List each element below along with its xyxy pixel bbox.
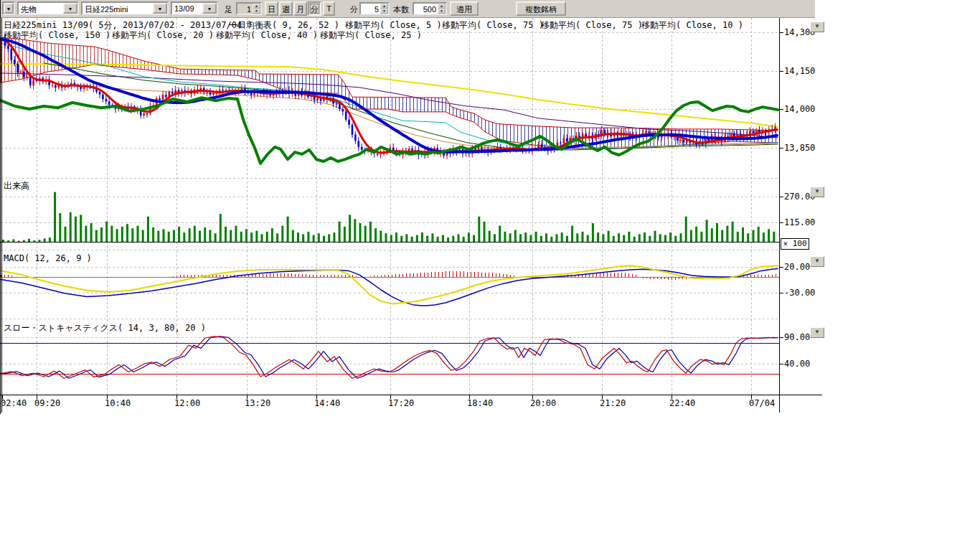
minute-spinner[interactable]: 5 ▲ ▼ [359, 2, 390, 15]
price-panel-menu-button[interactable]: ▼ [810, 22, 824, 32]
bar-type-label: 足 [225, 4, 232, 15]
symbol-select[interactable]: 日経225mini ▼ [81, 1, 169, 15]
minute-value: 5 [361, 4, 380, 14]
grid-layer [1, 18, 779, 395]
chevron-down-icon: ▼ [814, 188, 820, 194]
mini-dropdown[interactable]: ▼ [2, 1, 15, 15]
toolbar: ▼ 先物 ▼ 日経225mini ▼ 13/09 ▼ 足 1 ▲ ▼ 日 週 月… [1, 0, 815, 18]
spinner-down-icon[interactable]: ▼ [253, 9, 260, 14]
macd-panel-menu-button[interactable]: ▼ [810, 256, 824, 267]
spinner-buttons[interactable]: ▲ ▼ [380, 4, 388, 14]
time-axis-label: 02:40 [1, 398, 27, 408]
time-axis-label: 17:20 [388, 398, 414, 408]
period-month-button[interactable]: 月 [293, 1, 307, 16]
time-axis-label: 20:00 [530, 398, 556, 408]
time-axis-label: 18:40 [467, 398, 493, 408]
stoch-axis-label: 40.00 [784, 359, 810, 369]
category-select-value: 先物 [19, 3, 63, 14]
chevron-down-icon[interactable]: ▼ [4, 3, 14, 14]
price-axis-label: 14,000 [784, 104, 815, 114]
time-axis-label: 22:40 [669, 398, 695, 408]
time-axis-label: 13:20 [245, 398, 270, 408]
period-week-button[interactable]: 週 [279, 1, 293, 16]
spinner-buttons[interactable]: ▲ ▼ [253, 4, 260, 14]
spinner-up-icon[interactable]: ▲ [380, 4, 388, 9]
macd-axis-label: 20.00 [784, 262, 810, 272]
thick-ma-lines [1, 39, 778, 164]
contract-select-value: 13/09 [172, 3, 202, 14]
spinner-down-icon[interactable]: ▼ [438, 9, 446, 14]
bar-interval-spinner[interactable]: 1 ▲ ▼ [236, 2, 262, 15]
period-minute-button[interactable]: 分 [308, 1, 321, 16]
chevron-down-icon[interactable]: ▼ [202, 3, 217, 14]
chart-application-window: ▼ 先物 ▼ 日経225mini ▼ 13/09 ▼ 足 1 ▲ ▼ 日 週 月… [0, 0, 825, 414]
symbol-select-value: 日経225mini [83, 3, 153, 14]
category-select[interactable]: 先物 ▼ [17, 1, 79, 15]
volume-axis-label: 115.00 [784, 217, 815, 227]
chevron-down-icon: ▼ [814, 23, 820, 29]
time-axis-label: 10:40 [105, 398, 131, 408]
time-axis-label: 12:00 [174, 398, 200, 408]
contract-select[interactable]: 13/09 ▼ [171, 1, 218, 15]
bar-count-label: 本数 [393, 4, 409, 15]
macd-axis-label: -30.00 [784, 288, 815, 298]
period-day-button[interactable]: 日 [265, 1, 278, 16]
time-axis-label: 21:20 [600, 398, 626, 408]
spinner-down-icon[interactable]: ▼ [380, 9, 388, 14]
volume-multiplier-box: × 100 [781, 238, 809, 250]
multi-symbol-button[interactable]: 複数銘柄 [516, 1, 566, 16]
chevron-down-icon[interactable]: ▼ [63, 3, 77, 14]
chevron-down-icon: ▼ [814, 258, 820, 264]
stoch-panel-menu-button[interactable]: ▼ [810, 327, 824, 338]
spinner-up-icon[interactable]: ▲ [253, 4, 260, 9]
price-axis-label: 14,150 [784, 66, 815, 76]
stoch-axis-label: 90.00 [784, 332, 810, 342]
volume-panel-label: 出来高 [4, 180, 29, 192]
macd-panel-label: MACD( 12, 26, 9 ) [4, 253, 92, 263]
chart-canvas[interactable] [1, 17, 825, 414]
minute-label: 分 [350, 4, 358, 15]
chevron-down-icon[interactable]: ▼ [153, 3, 167, 14]
period-tick-button[interactable]: T [323, 1, 335, 16]
chevron-down-icon: ▼ [814, 329, 820, 335]
spinner-up-icon[interactable]: ▲ [438, 4, 446, 9]
time-axis-label: 14:40 [314, 398, 340, 408]
time-axis-label: 09:20 [34, 398, 60, 408]
time-axis-label: 07/04 [749, 398, 775, 408]
bar-interval-value: 1 [237, 4, 253, 14]
volume-panel-menu-button[interactable]: ▼ [810, 187, 824, 197]
apply-button[interactable]: 適用 [450, 1, 479, 16]
spinner-buttons[interactable]: ▲ ▼ [438, 4, 446, 14]
stoch-panel-label: スロー・ストキャスティクス( 14, 3, 80, 20 ) [4, 322, 206, 334]
price-axis-label: 13,850 [784, 143, 815, 153]
bar-count-value: 500 [414, 4, 438, 14]
bar-count-spinner[interactable]: 500 ▲ ▼ [413, 2, 447, 15]
